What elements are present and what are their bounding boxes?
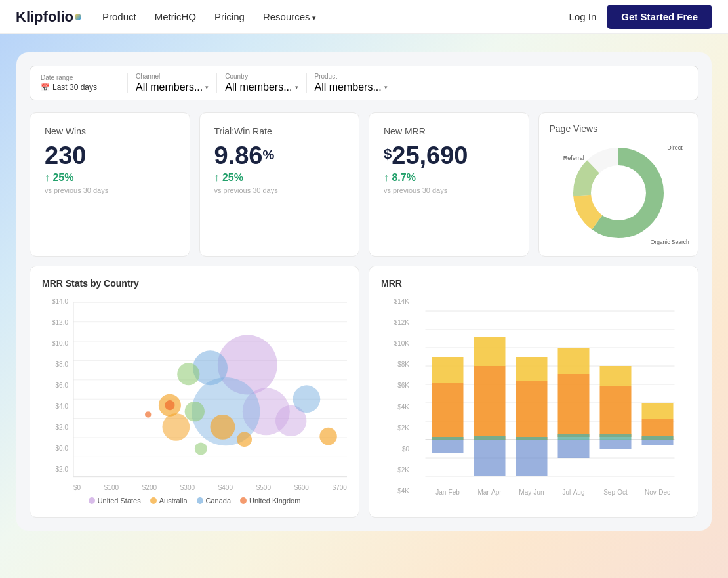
svg-text:Sep-Oct: Sep-Oct: [603, 489, 628, 496]
svg-point-23: [237, 432, 252, 447]
bar-svg: Jan-Feb Mar-Apr May-Jun Jul-Aug Sep-Oct …: [414, 298, 686, 508]
new-wins-title: New Wins: [45, 126, 175, 136]
svg-text:Jul-Aug: Jul-Aug: [563, 489, 585, 496]
legend-ca: Canada: [197, 497, 232, 505]
page-views-title: Page Views: [550, 123, 688, 134]
trial-win-rate-card: Trial:Win Rate 9.86% ↑ 25% vs previous 3…: [199, 112, 360, 257]
nav-resources[interactable]: Resources: [263, 11, 316, 23]
svg-point-22: [211, 415, 235, 440]
bar-jan-teal: [432, 437, 464, 440]
filter-channel-label: Channel: [136, 73, 209, 80]
bubble-chart-title: MRR Stats by Country: [42, 278, 347, 289]
filter-date-label: Date range: [41, 74, 119, 81]
svg-text:Mar-Apr: Mar-Apr: [477, 489, 502, 496]
filter-date-value[interactable]: 📅 Last 30 days: [41, 83, 119, 92]
bar-jul-top: [558, 348, 590, 374]
metrics-row: New Wins 230 ↑ 25% vs previous 30 days T…: [30, 112, 698, 257]
nav-right: Log In Get Started Free: [569, 5, 712, 29]
filter-country-label: Country: [225, 73, 298, 80]
bar-sep-mid: [600, 386, 632, 437]
new-wins-card: New Wins 230 ↑ 25% vs previous 30 days: [30, 112, 190, 257]
bar-y-axis: $14K $12K $10K $8K $6K $4K $2K $0 −$2K −…: [381, 298, 413, 495]
svg-point-4: [591, 165, 646, 220]
dashboard: Date range 📅 Last 30 days Channel All me…: [16, 52, 712, 531]
nav-metrichq[interactable]: MetricHQ: [155, 11, 196, 23]
filter-country[interactable]: Country All members... ▾: [216, 73, 298, 93]
bar-nov-top: [642, 403, 674, 419]
bar-mar-teal: [474, 436, 506, 440]
svg-point-24: [319, 428, 337, 445]
svg-point-28: [195, 443, 207, 455]
bar-sep-teal: [600, 434, 632, 440]
legend-uk: United Kingdom: [240, 497, 300, 505]
legend-us-dot: [89, 497, 95, 504]
bubble-chart-card: MRR Stats by Country $14.0 $12.0 $10.0 $…: [30, 266, 359, 518]
bottom-row: MRR Stats by Country $14.0 $12.0 $10.0 $…: [30, 266, 698, 518]
bar-jul-mid: [558, 374, 590, 437]
bar-mar-mid: [474, 366, 506, 440]
filter-channel[interactable]: Channel All members... ▾: [127, 73, 209, 93]
logo-dot: [75, 14, 81, 20]
label-referral: Referral: [563, 155, 584, 161]
filter-country-select[interactable]: All members... ▾: [225, 81, 298, 93]
bar-may-top: [516, 357, 548, 381]
chevron-down-icon: ▾: [205, 84, 209, 91]
bar-jul-teal: [558, 434, 590, 440]
new-wins-change: ↑ 25%: [45, 172, 175, 184]
svg-point-20: [293, 385, 321, 413]
bar-may-neg: [516, 440, 548, 476]
trial-win-rate-change: ↑ 25%: [214, 172, 345, 184]
new-mrr-value: $25,690: [384, 143, 514, 168]
bar-chart-title: MRR: [381, 278, 686, 289]
filter-product-select[interactable]: All members... ▾: [315, 81, 388, 93]
bubble-legend: United States Australia Canada United Ki…: [42, 497, 347, 505]
svg-point-26: [177, 363, 199, 385]
bar-chart-card: MRR $14K $12K $10K $8K $6K $4K $2K $0 −$…: [369, 266, 698, 518]
label-direct: Direct: [667, 144, 683, 151]
legend-au-dot: [150, 497, 157, 504]
bubble-svg: [73, 298, 347, 482]
legend-uk-dot: [240, 497, 247, 504]
bar-jan-neg: [432, 440, 464, 453]
main-background: Date range 📅 Last 30 days Channel All me…: [0, 34, 728, 578]
svg-point-25: [163, 413, 190, 441]
navbar: Klipfolio Product MetricHQ Pricing Resou…: [0, 0, 728, 34]
new-wins-sub: vs previous 30 days: [45, 186, 175, 194]
bar-jul-neg: [558, 440, 590, 458]
legend-ca-dot: [197, 497, 203, 504]
page-views-card: Page Views Direct Referral Organic Se: [538, 112, 699, 257]
chevron-down-icon: ▾: [384, 84, 388, 91]
new-mrr-title: New MRR: [384, 126, 514, 136]
filter-bar: Date range 📅 Last 30 days Channel All me…: [30, 66, 698, 100]
legend-au: Australia: [150, 497, 188, 505]
filter-channel-select[interactable]: All members... ▾: [136, 81, 209, 93]
bubble-x-axis: $0 $100 $200 $300 $400 $500 $600 $700: [73, 482, 347, 491]
bar-jan-mid: [432, 383, 464, 440]
bubble-chart-area: [73, 298, 347, 482]
filter-product[interactable]: Product All members... ▾: [306, 73, 388, 93]
svg-text:Nov-Dec: Nov-Dec: [645, 489, 670, 496]
new-wins-value: 230: [45, 143, 175, 168]
svg-point-27: [185, 402, 205, 421]
trial-win-rate-sub: vs previous 30 days: [214, 186, 345, 194]
calendar-icon: 📅: [41, 83, 50, 92]
svg-text:Jan-Feb: Jan-Feb: [435, 489, 460, 496]
bar-sep-top: [600, 366, 632, 386]
new-mrr-sub: vs previous 30 days: [384, 186, 514, 194]
bar-may-mid: [516, 381, 548, 440]
login-button[interactable]: Log In: [569, 11, 597, 22]
logo: Klipfolio: [16, 9, 81, 26]
get-started-button[interactable]: Get Started Free: [607, 5, 712, 29]
nav-product[interactable]: Product: [102, 11, 136, 23]
trial-win-rate-title: Trial:Win Rate: [214, 126, 345, 136]
legend-us: United States: [89, 497, 141, 505]
currency-symbol: $: [384, 147, 392, 161]
bar-may-teal: [516, 437, 548, 440]
nav-pricing[interactable]: Pricing: [214, 11, 245, 23]
svg-point-30: [145, 411, 151, 417]
bar-mar-neg: [474, 440, 506, 476]
logo-text: Klipfolio: [16, 9, 73, 26]
bubble-y-axis: $14.0 $12.0 $10.0 $8.0 $6.0 $4.0 $2.0 $0…: [42, 298, 72, 473]
new-mrr-change: ↑ 8.7%: [384, 172, 514, 184]
bar-nov-neg: [642, 440, 674, 445]
